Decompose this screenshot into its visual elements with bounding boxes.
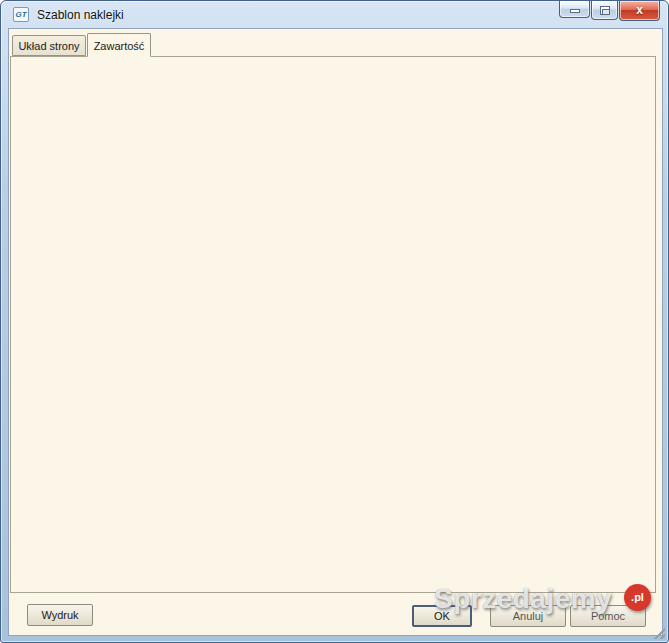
close-icon: x [620,3,659,17]
minimize-button[interactable] [559,1,590,18]
tab-zawartosc[interactable]: Zawartość [87,33,151,57]
tab-page-zawartosc [10,56,656,593]
cancel-button[interactable]: Anuluj [490,605,566,627]
maximize-button[interactable] [591,1,618,20]
title-bar[interactable]: GT Szablon naklejki x [1,1,668,28]
print-button[interactable]: Wydruk [27,604,93,626]
minimize-icon [570,9,580,13]
help-button[interactable]: Pomoc [570,605,646,627]
window-title: Szablon naklejki [37,8,124,22]
tab-uklad-strony[interactable]: Układ strony [12,35,86,56]
dialog-client-area: Układ strony Zawartość Nazwa szablonu na… [8,28,663,636]
ok-button[interactable]: OK [412,605,472,627]
maximize-icon [600,6,610,15]
dialog-window: GT Szablon naklejki x Układ strony Zawar… [0,0,669,643]
close-button[interactable]: x [619,1,660,21]
app-icon: GT [13,7,29,22]
